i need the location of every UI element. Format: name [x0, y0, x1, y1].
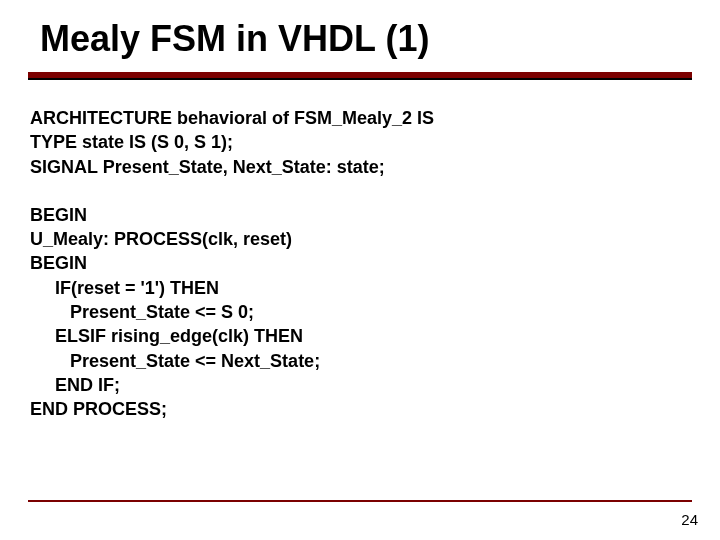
code-line: Present_State <= S 0; — [30, 300, 690, 324]
code-line: SIGNAL Present_State, Next_State: state; — [30, 155, 690, 179]
code-line: Present_State <= Next_State; — [30, 349, 690, 373]
slide: Mealy FSM in VHDL (1) ARCHITECTURE behav… — [0, 0, 720, 540]
code-line: ELSIF rising_edge(clk) THEN — [30, 324, 690, 348]
code-line: ARCHITECTURE behavioral of FSM_Mealy_2 I… — [30, 106, 690, 130]
code-line: END PROCESS; — [30, 397, 690, 421]
code-line: END IF; — [30, 373, 690, 397]
code-line: BEGIN — [30, 251, 690, 275]
page-number: 24 — [681, 511, 698, 528]
slide-title: Mealy FSM in VHDL (1) — [40, 18, 429, 60]
code-line: BEGIN — [30, 203, 690, 227]
code-line: IF(reset = '1') THEN — [30, 276, 690, 300]
title-underline — [28, 72, 692, 78]
blank-line — [30, 179, 690, 203]
code-line: U_Mealy: PROCESS(clk, reset) — [30, 227, 690, 251]
code-line: TYPE state IS (S 0, S 1); — [30, 130, 690, 154]
footer-rule — [28, 500, 692, 502]
code-block: ARCHITECTURE behavioral of FSM_Mealy_2 I… — [30, 106, 690, 422]
